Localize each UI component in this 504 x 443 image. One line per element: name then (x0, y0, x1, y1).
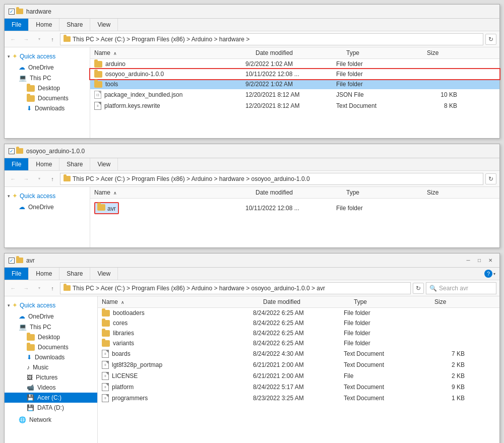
tab-home-3[interactable]: Home (29, 268, 59, 280)
quickaccess-label-1: Quick access (20, 53, 55, 60)
file-list-header-2: Name ∧ Date modified Type Size (90, 187, 499, 199)
file-row-platform3[interactable]: ≡platform 8/24/2022 5:17 AM Text Documen… (98, 382, 499, 393)
sidebar-item-desktop-3[interactable]: Desktop (5, 332, 97, 342)
maximize-btn-3[interactable]: □ (474, 256, 484, 266)
file-row-platform[interactable]: ≡ platform.keys.rewrite 12/20/2021 8:12 … (90, 100, 499, 111)
file-row-tools[interactable]: tools 9/2/2022 1:02 AM File folder (90, 79, 499, 89)
tab-file-1[interactable]: File (5, 19, 29, 31)
file-row-arduino[interactable]: arduino 9/2/2022 1:02 AM File folder (90, 59, 499, 69)
file-row-json[interactable]: { } package_index_bundled.json 12/20/202… (90, 89, 499, 100)
tab-share-1[interactable]: Share (59, 19, 90, 31)
up-btn-2[interactable]: ↑ (47, 173, 58, 184)
file-row-license[interactable]: ≡LICENSE 6/21/2021 2:00 AM File 2 KB (98, 370, 499, 382)
sort-arrow-1: ∧ (113, 51, 117, 56)
col-type-header-2[interactable]: Type (346, 189, 427, 196)
col-name-header-2[interactable]: Name ∧ (94, 189, 256, 196)
sidebar-item-quickaccess-1[interactable]: ▾ ✦ Quick access (5, 50, 90, 62)
sidebar-item-acerc-3[interactable]: 💾 Acer (C:) (5, 393, 97, 403)
col-type-header-3[interactable]: Type (354, 298, 434, 305)
search-box-3[interactable]: 🔍 Search avr (426, 282, 496, 294)
tab-share-3[interactable]: Share (59, 268, 90, 280)
quickaccess-label-3: Quick access (20, 302, 55, 309)
sidebar-item-pictures-3[interactable]: 🖼 Pictures (5, 372, 97, 383)
sidebar-item-music-3[interactable]: ♪ Music (5, 362, 97, 372)
refresh-btn-3[interactable]: ↻ (413, 283, 424, 294)
col-name-header-1[interactable]: Name ∧ (94, 49, 256, 56)
file-row-osoyoo[interactable]: osoyoo_arduino-1.0.0 10/11/2022 12:08 ..… (90, 69, 499, 79)
tab-share-2[interactable]: Share (59, 158, 90, 170)
file-row-bootloaders[interactable]: bootloaders 8/24/2022 6:25 AM File folde… (98, 308, 499, 318)
file-type-platform: Text Document (336, 102, 417, 109)
file-row-boards[interactable]: ≡boards 8/24/2022 4:30 AM Text Document … (98, 348, 499, 359)
music-icon-3: ♪ (27, 364, 30, 371)
tab-file-2[interactable]: File (5, 158, 29, 170)
forward-btn-3[interactable]: → (21, 283, 32, 294)
refresh-btn-2[interactable]: ↻ (485, 173, 496, 184)
back-btn-3[interactable]: ← (8, 283, 19, 294)
sidebar-item-datad-3[interactable]: 💾 DATA (D:) (5, 403, 97, 413)
tab-view-1[interactable]: View (90, 19, 118, 31)
address-bar-1[interactable]: This PC > Acer (C:) > Program Files (x86… (60, 33, 483, 45)
back-btn-1[interactable]: ← (8, 34, 19, 45)
help-icon-3[interactable]: ? (484, 270, 492, 278)
file-type-tools: File folder (336, 81, 417, 88)
col-size-header-1[interactable]: Size (427, 49, 467, 56)
sidebar-item-documents-3[interactable]: Documents (5, 342, 97, 352)
thispc-label-3: This PC (30, 324, 51, 331)
sidebar-item-thispc-1[interactable]: 💻 This PC (5, 73, 90, 83)
tab-file-3[interactable]: File (5, 268, 29, 280)
up-btn-1[interactable]: ↑ (47, 34, 58, 45)
refresh-btn-1[interactable]: ↻ (485, 34, 496, 45)
file-row-libraries[interactable]: libraries 8/24/2022 6:25 AM File folder (98, 328, 499, 338)
col-type-header-1[interactable]: Type (346, 49, 427, 56)
back-btn-2[interactable]: ← (8, 173, 19, 184)
sidebar-item-downloads-1[interactable]: ⬇ Downloads (5, 103, 90, 113)
address-bar-3[interactable]: This PC > Acer (C:) > Program Files (x86… (60, 282, 411, 294)
tab-home-1[interactable]: Home (29, 19, 59, 31)
col-date-header-1[interactable]: Date modified (256, 49, 346, 56)
close-btn-3[interactable]: ✕ (485, 256, 495, 266)
forward-btn-1[interactable]: → (21, 34, 32, 45)
file-row-variants[interactable]: variants 8/24/2022 6:25 AM File folder (98, 338, 499, 348)
sidebar-item-onedrive-1[interactable]: ☁ OneDrive (5, 62, 90, 73)
tab-view-2[interactable]: View (90, 158, 118, 170)
col-name-header-3[interactable]: Name ∧ (102, 298, 263, 305)
recent-btn-3[interactable]: ▾ (34, 283, 45, 294)
ribbon-expand-3[interactable]: ▾ (493, 272, 495, 276)
sidebar-item-videos-3[interactable]: 📹 Videos (5, 383, 97, 393)
col-date-header-2[interactable]: Date modified (256, 189, 346, 196)
cloud-icon-2: ☁ (19, 203, 25, 211)
avr-highlight-box: avr (94, 202, 119, 214)
file-row-portmap[interactable]: ≡lgt8f328p_portmap 6/21/2021 2:00 AM Tex… (98, 359, 499, 370)
col-size-header-3[interactable]: Size (434, 298, 475, 305)
address-bar-2[interactable]: This PC > Acer (C:) > Program Files (x86… (60, 173, 483, 185)
forward-btn-2[interactable]: → (21, 173, 32, 184)
sidebar-item-desktop-1[interactable]: Desktop (5, 83, 90, 93)
sidebar-3: ▾ ✦ Quick access ☁ OneDrive 💻 This PC De… (5, 296, 98, 443)
sidebar-1: ▾ ✦ Quick access ☁ OneDrive 💻 This PC De… (5, 47, 90, 138)
ribbon-tabs-1: File Home Share View (5, 19, 499, 31)
sidebar-item-downloads-3[interactable]: ⬇ Downloads (5, 352, 97, 362)
file-row-programmers[interactable]: ≡programmers 8/23/2022 3:25 AM Text Docu… (98, 393, 499, 404)
sidebar-item-thispc-3[interactable]: 💻 This PC (5, 322, 97, 332)
sidebar-item-network-3[interactable]: 🌐 Network (5, 415, 97, 425)
col-size-header-2[interactable]: Size (427, 189, 467, 196)
sidebar-item-onedrive-2[interactable]: ☁ OneDrive (5, 202, 90, 212)
recent-btn-1[interactable]: ▾ (34, 34, 45, 45)
file-date-arduino: 9/2/2022 1:02 AM (245, 60, 336, 68)
tab-view-3[interactable]: View (90, 268, 118, 280)
minimize-btn-3[interactable]: ─ (463, 256, 473, 266)
sidebar-item-quickaccess-3[interactable]: ▾ ✦ Quick access (5, 299, 97, 311)
tab-home-2[interactable]: Home (29, 158, 59, 170)
window-title-1: hardware (26, 8, 51, 15)
file-row-cores[interactable]: cores 8/24/2022 6:25 AM File folder (98, 318, 499, 328)
sidebar-item-documents-1[interactable]: Documents (5, 93, 90, 103)
title-bar-2: ✓ osoyoo_arduino-1.0.0 (5, 144, 499, 158)
sidebar-item-quickaccess-2[interactable]: ▾ ✦ Quick access (5, 190, 90, 202)
sidebar-item-onedrive-3[interactable]: ☁ OneDrive (5, 311, 97, 322)
recent-btn-2[interactable]: ▾ (34, 173, 45, 184)
folder-title-icon-3 (16, 258, 23, 263)
file-row-avr[interactable]: avr 10/11/2022 12:08 ... File folder (90, 201, 499, 216)
col-date-header-3[interactable]: Date modified (263, 298, 354, 305)
up-btn-3[interactable]: ↑ (47, 283, 58, 294)
